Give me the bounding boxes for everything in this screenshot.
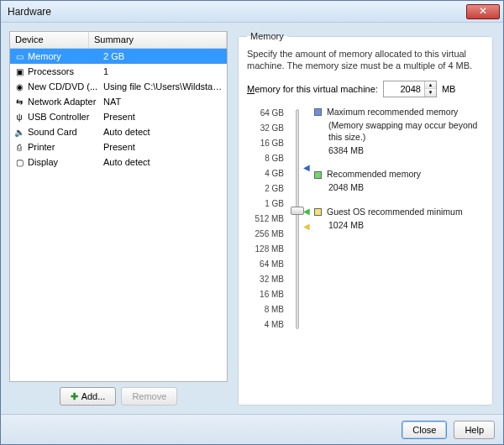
device-summary: Auto detect xyxy=(103,157,224,167)
spin-down-icon[interactable]: ▼ xyxy=(425,89,436,97)
slider-thumb[interactable] xyxy=(291,207,304,215)
plus-icon: ✚ xyxy=(71,391,78,402)
tick-label: 32 GB xyxy=(247,121,284,136)
window-title: Hardware xyxy=(8,6,51,18)
swatch-rec-icon xyxy=(314,171,322,179)
tick-label: 16 MB xyxy=(247,287,284,302)
close-button[interactable]: Close xyxy=(402,421,447,439)
marker-guest-icon: ◀ xyxy=(303,222,310,231)
device-row[interactable]: 🔈Sound CardAuto detect xyxy=(10,124,227,139)
device-summary: NAT xyxy=(103,97,224,107)
memory-group: Memory Specify the amount of memory allo… xyxy=(238,31,493,406)
device-name: New CD/DVD (... xyxy=(28,81,103,92)
device-name: Network Adapter xyxy=(28,97,103,107)
sound-icon: 🔈 xyxy=(13,126,26,138)
device-list[interactable]: Device Summary ▭Memory2 GB▣Processors1◉N… xyxy=(9,31,228,382)
device-summary: Auto detect xyxy=(103,127,224,137)
tick-label: 512 MB xyxy=(247,212,284,227)
tick-label: 8 GB xyxy=(247,151,284,166)
tick-label: 1 GB xyxy=(247,196,284,212)
legend-guest-label: Guest OS recommended minimum xyxy=(327,207,463,217)
device-name: Printer xyxy=(28,142,103,152)
device-name: Display xyxy=(28,157,103,167)
device-name: Memory xyxy=(28,51,103,61)
tick-label: 32 MB xyxy=(247,272,284,287)
legend-guest-value: 1024 MB xyxy=(328,219,484,231)
printer-icon: ⎙ xyxy=(13,141,26,153)
device-row[interactable]: ▭Memory2 GB xyxy=(10,49,227,64)
tick-label: 64 MB xyxy=(247,257,284,272)
slider-ticks: 64 GB32 GB16 GB8 GB4 GB2 GB1 GB512 MB256… xyxy=(247,106,287,332)
hardware-window: Hardware ✕ Device Summary ▭Memory2 GB▣Pr… xyxy=(0,0,504,445)
marker-max-icon: ◀ xyxy=(303,163,310,172)
device-row[interactable]: ▢DisplayAuto detect xyxy=(10,154,227,170)
device-summary: Using file C:\Users\Wildstar\Downl... xyxy=(103,81,224,92)
device-summary: Present xyxy=(103,112,224,122)
swatch-max-icon xyxy=(314,108,322,116)
memory-input[interactable] xyxy=(384,81,424,97)
tick-label: 64 GB xyxy=(247,106,284,121)
col-header-device[interactable]: Device xyxy=(10,32,89,48)
marker-rec-icon: ◀ xyxy=(303,207,310,216)
swatch-guest-icon xyxy=(314,208,322,216)
help-button[interactable]: Help xyxy=(454,421,495,439)
device-name: USB Controller xyxy=(28,112,103,122)
device-row[interactable]: ⎙PrinterPresent xyxy=(10,139,227,154)
usb-icon: ψ xyxy=(13,111,26,123)
memory-field-label: Memory for this virtual machine: xyxy=(247,84,378,94)
tick-label: 2 GB xyxy=(247,181,284,196)
device-name: Sound Card xyxy=(28,127,103,137)
memory-spinner[interactable]: ▲ ▼ xyxy=(383,81,437,97)
device-row[interactable]: ◉New CD/DVD (...Using file C:\Users\Wild… xyxy=(10,79,227,94)
tick-label: 256 MB xyxy=(247,227,284,242)
tick-label: 16 GB xyxy=(247,136,284,151)
window-close-button[interactable]: ✕ xyxy=(466,4,500,19)
device-row[interactable]: ▣Processors1 xyxy=(10,64,227,79)
device-row[interactable]: ψUSB ControllerPresent xyxy=(10,109,227,124)
remove-button: Remove xyxy=(121,387,177,406)
display-icon: ▢ xyxy=(13,156,26,168)
memory-unit: MB xyxy=(442,84,456,94)
memory-icon: ▭ xyxy=(13,50,26,62)
spin-up-icon[interactable]: ▲ xyxy=(425,81,436,90)
device-row[interactable]: ⇆Network AdapterNAT xyxy=(10,94,227,109)
group-title: Memory xyxy=(247,31,287,41)
tick-label: 4 GB xyxy=(247,166,284,181)
legend-max-note: (Memory swapping may occur beyond this s… xyxy=(328,119,484,143)
add-button[interactable]: ✚Add... xyxy=(60,387,117,406)
legend-max-label: Maximum recommended memory xyxy=(327,107,458,117)
device-summary: Present xyxy=(103,142,224,152)
titlebar[interactable]: Hardware ✕ xyxy=(1,1,503,23)
device-name: Processors xyxy=(28,66,103,76)
device-summary: 2 GB xyxy=(103,51,224,61)
tick-label: 8 MB xyxy=(247,302,284,317)
legend-max-value: 6384 MB xyxy=(328,144,484,156)
device-summary: 1 xyxy=(103,66,224,76)
col-header-summary[interactable]: Summary xyxy=(89,32,227,48)
tick-label: 4 MB xyxy=(247,317,284,332)
device-list-header: Device Summary xyxy=(10,32,227,49)
memory-slider[interactable]: ◀ ◀ ◀ xyxy=(287,106,307,332)
legend-rec-value: 2048 MB xyxy=(328,181,484,193)
network-icon: ⇆ xyxy=(13,96,26,107)
disc-icon: ◉ xyxy=(13,81,26,92)
tick-label: 128 MB xyxy=(247,242,284,257)
cpu-icon: ▣ xyxy=(13,65,26,77)
memory-description: Specify the amount of memory allocated t… xyxy=(247,48,484,72)
legend-rec-label: Recommended memory xyxy=(327,169,421,179)
